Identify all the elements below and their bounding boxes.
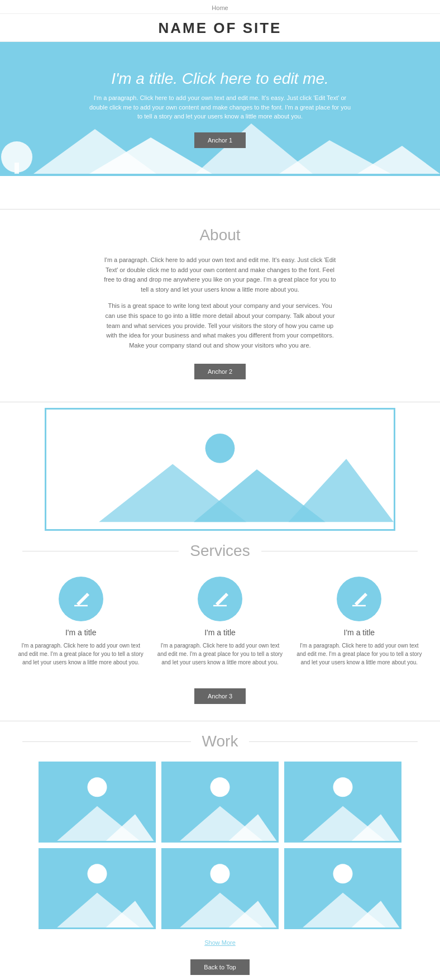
svg-point-28: [88, 864, 107, 884]
site-title: NAME OF SITE: [0, 14, 440, 42]
work-item-5[interactable]: [161, 848, 279, 929]
service-1-paragraph[interactable]: I'm a paragraph. Click here to add your …: [18, 641, 143, 667]
about-title: About: [22, 226, 418, 244]
about-anchor-button-container: Anchor 2: [22, 361, 418, 379]
nav-home-link[interactable]: Home: [212, 4, 228, 11]
hero-section: I'm a title. Click here to edit me. I'm …: [0, 42, 440, 176]
work-item-1[interactable]: [39, 762, 156, 843]
hero-anchor-button[interactable]: Anchor 1: [194, 132, 246, 148]
services-anchor-container: Anchor 3: [0, 678, 440, 715]
work-line-right: [249, 741, 418, 742]
service-1-title[interactable]: I'm a title: [18, 628, 143, 637]
work-grid: [0, 756, 440, 935]
svg-point-20: [211, 778, 230, 797]
service-icon-2: [198, 577, 242, 621]
service-2-paragraph[interactable]: I'm a paragraph. Click here to add your …: [157, 641, 283, 667]
divider-1: [0, 721, 440, 721]
service-item-1: I'm a title I'm a paragraph. Click here …: [18, 577, 143, 667]
service-3-paragraph[interactable]: I'm a paragraph. Click here to add your …: [296, 641, 422, 667]
services-line-left: [22, 551, 179, 551]
svg-point-32: [211, 864, 230, 884]
service-icon-1: [59, 577, 103, 621]
about-anchor-button[interactable]: Anchor 2: [194, 364, 246, 379]
svg-marker-6: [357, 146, 440, 174]
back-to-top-button[interactable]: Back to Top: [190, 959, 249, 975]
hero-title[interactable]: I'm a title. Click here to edit me.: [111, 70, 329, 88]
service-icon-3: [337, 577, 381, 621]
svg-point-8: [205, 434, 235, 463]
work-item-4[interactable]: [39, 848, 156, 929]
services-title: Services: [184, 542, 255, 560]
svg-rect-1: [15, 163, 19, 174]
service-item-3: I'm a title I'm a paragraph. Click here …: [296, 577, 422, 667]
about-paragraph-1[interactable]: I'm a paragraph. Click here to add your …: [103, 255, 337, 294]
work-line-left: [22, 741, 191, 742]
services-line-right: [261, 551, 418, 551]
services-anchor-button[interactable]: Anchor 3: [194, 688, 246, 704]
svg-point-24: [333, 778, 353, 797]
svg-point-36: [333, 864, 353, 884]
service-item-2: I'm a title I'm a paragraph. Click here …: [157, 577, 283, 667]
about-paragraph-2[interactable]: This is a great space to write long text…: [103, 301, 337, 350]
service-3-title[interactable]: I'm a title: [296, 628, 422, 637]
work-item-6[interactable]: [284, 848, 401, 929]
work-item-2[interactable]: [161, 762, 279, 843]
about-image-container: [0, 402, 440, 531]
work-header: Work: [22, 732, 418, 750]
services-header: Services: [22, 542, 418, 560]
show-more-link[interactable]: Show More: [0, 939, 440, 946]
work-title: Work: [197, 732, 244, 750]
nav-bar: Home: [0, 0, 440, 14]
back-to-top-container: Back to Top: [0, 952, 440, 980]
services-grid: I'm a title I'm a paragraph. Click here …: [0, 565, 440, 672]
service-2-title[interactable]: I'm a title: [157, 628, 283, 637]
about-image-placeholder: [45, 408, 395, 531]
about-section: About I'm a paragraph. Click here to add…: [0, 210, 440, 402]
spacer-1: [0, 176, 440, 210]
svg-point-16: [88, 778, 107, 797]
work-item-3[interactable]: [284, 762, 401, 843]
